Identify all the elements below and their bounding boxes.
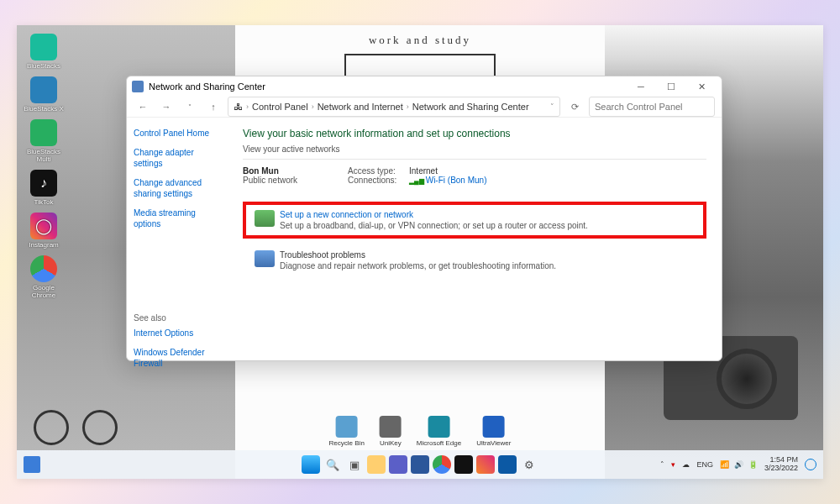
tray-app-icon[interactable]: ▾ <box>671 460 675 469</box>
sidebar: Control Panel Home Change adapter settin… <box>127 118 228 387</box>
main-panel: View your basic network information and … <box>228 118 722 387</box>
sidebar-media-streaming[interactable]: Media streaming options <box>134 207 221 229</box>
breadcrumb-icon: 🖧 <box>234 102 243 112</box>
setup-connection-section: Set up a new connection or network Set u… <box>243 202 706 239</box>
window-navbar: ← → ˅ ↑ 🖧 › Control Panel › Network and … <box>127 97 722 118</box>
sidebar-home[interactable]: Control Panel Home <box>134 128 221 139</box>
recent-button[interactable]: ˅ <box>181 97 199 116</box>
taskview-button[interactable]: ▣ <box>345 455 364 474</box>
breadcrumb[interactable]: 🖧 › Control Panel › Network and Internet… <box>228 97 560 117</box>
network-center-icon <box>132 81 144 92</box>
window-titlebar[interactable]: Network and Sharing Center ─ ☐ ✕ <box>127 76 722 97</box>
icon-ultraviewer[interactable]: UltraViewer <box>476 416 511 447</box>
desktop-icon-chrome[interactable]: Google Chrome <box>22 255 66 299</box>
desktop-icons: BlueStacks BlueStacks X BlueStacks Multi… <box>22 34 66 299</box>
clock[interactable]: 1:54 PM 3/23/2022 <box>764 456 798 473</box>
troubleshoot-link[interactable]: Troubleshoot problems <box>255 250 698 260</box>
troubleshoot-icon <box>255 250 275 267</box>
window-title: Network and Sharing Center <box>149 81 265 92</box>
start-button[interactable] <box>302 455 320 474</box>
taskbar: 🔍 ▣ ⚙ ˄ ▾ ☁ ENG 📶 🔊 🔋 1:54 PM 3/23/2022 <box>17 450 823 479</box>
breadcrumb-dropdown-icon[interactable]: ˅ <box>550 102 554 111</box>
search-button[interactable]: 🔍 <box>323 455 342 474</box>
troubleshoot-section: Troubleshoot problems Diagnose and repai… <box>243 245 706 276</box>
battery-icon[interactable]: 🔋 <box>748 460 758 469</box>
maximize-button[interactable]: ☐ <box>656 76 686 97</box>
edge-taskbar-button[interactable] <box>498 455 517 474</box>
wifi-signal-icon: ▂▄▆ <box>409 177 424 185</box>
icon-edge[interactable]: Microsoft Edge <box>417 416 461 447</box>
seealso-label: See also <box>134 313 221 323</box>
settings-taskbar-button[interactable]: ⚙ <box>520 455 538 474</box>
sidebar-internet-options[interactable]: Internet Options <box>134 328 221 339</box>
breadcrumb-item[interactable]: Network and Sharing Center <box>412 102 529 112</box>
word-button[interactable] <box>411 455 429 474</box>
sidebar-advanced-sharing[interactable]: Change advanced sharing settings <box>134 177 221 199</box>
connections-label: Connections: <box>348 176 402 185</box>
clock-date: 3/23/2022 <box>764 465 798 473</box>
tray-onedrive-icon[interactable]: ☁ <box>682 460 690 469</box>
tiktok-taskbar-button[interactable] <box>454 455 473 474</box>
icon-recycle-bin[interactable]: Recycle Bin <box>329 416 365 447</box>
control-panel-window: Network and Sharing Center ─ ☐ ✕ ← → ˅ ↑… <box>126 76 722 361</box>
taskbar-center: 🔍 ▣ ⚙ <box>302 455 538 474</box>
desktop-icon-bluestacks-multi[interactable]: BlueStacks Multi <box>22 119 66 163</box>
desktop-bottom-icons: Recycle Bin UniKey Microsoft Edge UltraV… <box>329 416 512 447</box>
volume-icon[interactable]: 🔊 <box>734 460 743 469</box>
window-body: Control Panel Home Change adapter settin… <box>127 118 722 387</box>
search-input[interactable] <box>589 97 715 117</box>
close-button[interactable]: ✕ <box>686 76 717 97</box>
desktop-icon-bluestacks[interactable]: BlueStacks <box>22 34 66 70</box>
troubleshoot-desc: Diagnose and repair network problems, or… <box>255 261 698 270</box>
access-type-value: Internet <box>409 166 438 176</box>
setup-connection-icon <box>255 210 275 227</box>
instagram-taskbar-button[interactable] <box>476 455 495 474</box>
wifi-icon[interactable]: 📶 <box>720 460 729 469</box>
breadcrumb-item[interactable]: Control Panel <box>252 102 308 112</box>
access-type-label: Access type: <box>348 166 402 176</box>
desktop-icon-tiktok[interactable]: ♪TikTok <box>22 170 66 206</box>
tray-chevron-icon[interactable]: ˄ <box>660 460 664 469</box>
teams-button[interactable] <box>389 455 407 474</box>
desktop: work and study BlueStacks BlueStacks X B… <box>17 25 823 479</box>
network-type: Public network <box>243 176 297 185</box>
network-info: Bon Mun Public network Access type: Inte… <box>243 166 706 185</box>
desktop-icon-instagram[interactable]: ◯Instagram <box>22 213 66 249</box>
explorer-button[interactable] <box>367 455 386 474</box>
icon-unikey[interactable]: UniKey <box>380 416 402 447</box>
forward-button[interactable]: → <box>157 97 176 116</box>
network-name: Bon Mun <box>243 166 297 176</box>
refresh-button[interactable]: ⟳ <box>565 97 584 116</box>
main-heading: View your basic network information and … <box>243 128 706 139</box>
desktop-icon-bluestacks-x[interactable]: BlueStacks X <box>22 76 66 113</box>
setup-connection-link[interactable]: Set up a new connection or network <box>255 210 695 219</box>
setup-connection-desc: Set up a broadband, dial-up, or VPN conn… <box>255 221 695 230</box>
wallpaper-label: work and study <box>235 34 605 47</box>
back-button[interactable]: ← <box>134 97 152 116</box>
notifications-button[interactable] <box>805 459 816 470</box>
up-button[interactable]: ↑ <box>204 97 223 116</box>
chrome-taskbar-button[interactable] <box>433 455 451 474</box>
system-tray: ˄ ▾ ☁ ENG 📶 🔊 🔋 1:54 PM 3/23/2022 <box>660 456 816 473</box>
breadcrumb-item[interactable]: Network and Internet <box>318 102 403 112</box>
sidebar-adapter-settings[interactable]: Change adapter settings <box>134 147 221 169</box>
active-networks-label: View your active networks <box>243 144 706 154</box>
wifi-connection-link[interactable]: ▂▄▆Wi-Fi (Bon Mun) <box>409 176 486 185</box>
language-indicator[interactable]: ENG <box>696 460 713 469</box>
widgets-button[interactable] <box>24 456 40 473</box>
minimize-button[interactable]: ─ <box>626 76 656 97</box>
sidebar-defender-firewall[interactable]: Windows Defender Firewall <box>134 347 221 369</box>
